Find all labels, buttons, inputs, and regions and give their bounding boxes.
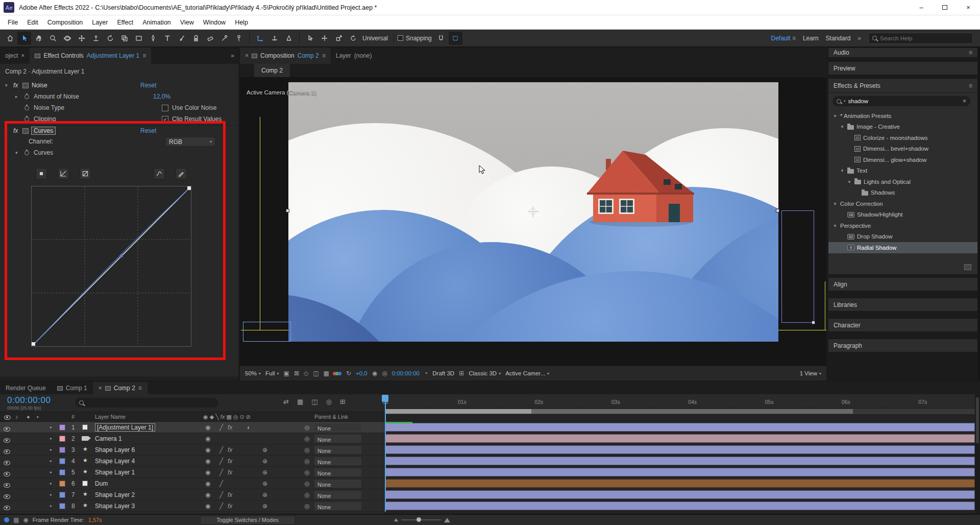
preset-item[interactable]: ▾Text xyxy=(828,165,977,177)
label-color-swatch[interactable] xyxy=(59,436,65,442)
snap-options-icon[interactable] xyxy=(449,32,462,45)
maximize-button[interactable] xyxy=(933,0,957,15)
menu-window[interactable]: Window xyxy=(199,19,230,26)
parent-dropdown[interactable]: None▾ xyxy=(314,446,361,454)
twirl-icon[interactable]: ▾ xyxy=(840,124,845,129)
preset-item[interactable]: Colorize - moonshadows xyxy=(828,132,977,144)
gizmo-move-icon[interactable] xyxy=(317,32,331,45)
pick-whip-icon[interactable]: ◎ xyxy=(304,491,309,498)
dolly-camera-tool[interactable] xyxy=(89,32,103,45)
local-axis-mode-icon[interactable] xyxy=(253,32,267,45)
presets-search-input[interactable] xyxy=(848,98,960,104)
pick-whip-icon[interactable]: ◎ xyxy=(304,446,309,454)
twirl-icon[interactable]: ▾ xyxy=(832,113,838,118)
stopwatch-icon[interactable] xyxy=(24,117,29,122)
preview-timecode[interactable]: 0:00:00:00 xyxy=(392,370,420,376)
fast-preview-icon[interactable]: ◔ xyxy=(424,370,428,377)
pen-tool[interactable] xyxy=(146,32,160,45)
close-icon[interactable]: × xyxy=(99,385,102,392)
selection-tool[interactable] xyxy=(17,32,31,45)
eraser-tool[interactable] xyxy=(203,32,217,45)
comp-mini-tab[interactable]: Comp 2 xyxy=(254,64,290,77)
draft3d-toggle-icon[interactable]: ▦ xyxy=(297,398,303,405)
layer-name[interactable]: Shape Layer 3 xyxy=(95,503,135,510)
checkbox[interactable]: ✓ xyxy=(162,116,168,123)
zoom-slider[interactable] xyxy=(401,519,441,520)
roto-brush-tool[interactable] xyxy=(217,32,231,45)
work-area-bar[interactable] xyxy=(385,409,975,414)
twirl-icon[interactable]: ▸ xyxy=(50,481,52,486)
preset-item[interactable]: ▾Image - Creative xyxy=(828,122,977,133)
camera-dropdown[interactable]: Active Camer...▾ xyxy=(505,370,549,376)
zoom-in-icon[interactable] xyxy=(444,518,450,522)
eye-icon[interactable] xyxy=(4,483,10,488)
zoom-slider-knob[interactable] xyxy=(416,517,421,522)
layer-row[interactable]: ▸6Dum◉╱⊕◎None▾ xyxy=(0,478,385,489)
eye-icon[interactable] xyxy=(4,438,10,443)
workspace-learn[interactable]: Learn xyxy=(803,35,819,42)
eye-icon[interactable] xyxy=(4,472,10,476)
switch-adj-icon[interactable]: ◐ xyxy=(247,424,251,431)
gizmo-select-icon[interactable] xyxy=(303,32,317,45)
switch-3d-icon[interactable]: ⊕ xyxy=(262,480,267,487)
time-ruler[interactable]: 0s.01s.02s.03s.04s.05s.06s.07s xyxy=(385,394,975,409)
twirl-icon[interactable]: ▸ xyxy=(50,447,52,452)
shape-tool[interactable] xyxy=(132,32,145,45)
pick-whip-icon[interactable]: ◎ xyxy=(304,469,309,476)
switch-3d-icon[interactable]: ⊕ xyxy=(262,458,267,465)
help-search-box[interactable] xyxy=(868,33,973,44)
tab-effect-controls[interactable]: Effect Controls Adjustment Layer 1 ≡ xyxy=(30,47,151,64)
eye-icon[interactable] xyxy=(4,461,10,465)
presets-search-box[interactable]: ▾ × xyxy=(832,96,970,106)
layer-name[interactable]: Camera 1 xyxy=(95,435,122,442)
network-render-icon[interactable] xyxy=(4,517,9,522)
switch-3d-icon[interactable]: ⊕ xyxy=(262,446,267,454)
shy-icon[interactable]: ◉ xyxy=(205,503,210,510)
parent-dropdown[interactable]: None▾ xyxy=(314,435,361,443)
curve-open-button[interactable] xyxy=(58,168,69,179)
eye-icon[interactable] xyxy=(4,506,10,510)
hide-shy-layers-icon[interactable]: ◫ xyxy=(311,398,317,405)
label-color-swatch[interactable] xyxy=(59,447,65,453)
twirl-icon[interactable]: ▸ xyxy=(50,470,52,474)
shy-icon[interactable]: ◉ xyxy=(205,458,210,465)
shy-icon[interactable]: ◉ xyxy=(205,491,210,498)
twirl-icon[interactable]: ▸ xyxy=(50,504,52,508)
help-search-input[interactable] xyxy=(880,35,969,41)
layer-duration-bar[interactable] xyxy=(385,434,975,443)
home-icon[interactable] xyxy=(3,32,17,45)
preset-item[interactable]: ▾Lights and Optical xyxy=(828,176,977,187)
preset-item[interactable]: 16Shadow/Highlight xyxy=(828,209,977,221)
playhead-handle[interactable] xyxy=(382,395,388,402)
composition-viewer[interactable]: Active Camera (Camera 1) xyxy=(240,77,826,366)
twirl-icon[interactable]: ▾ xyxy=(15,150,18,155)
fx-badge[interactable]: fx xyxy=(13,82,18,89)
panel-header-libraries[interactable]: Libraries xyxy=(828,298,978,312)
channel-icon[interactable] xyxy=(334,372,341,375)
layer-duration-bar[interactable] xyxy=(385,423,975,432)
cache-icon[interactable]: ▦ xyxy=(13,516,19,523)
parent-dropdown[interactable]: None▾ xyxy=(314,491,361,499)
pick-whip-icon[interactable]: ◎ xyxy=(304,435,309,442)
close-button[interactable]: × xyxy=(957,0,980,15)
twirl-icon[interactable]: ▾ xyxy=(5,128,8,133)
eye-icon[interactable] xyxy=(4,449,10,454)
reset-exposure-icon[interactable]: ↻ xyxy=(346,370,351,377)
panel-header-align[interactable]: Align xyxy=(828,277,978,291)
reset-link[interactable]: Reset xyxy=(140,82,156,89)
label-color-swatch[interactable] xyxy=(59,492,65,498)
switch-fx-icon[interactable]: fx xyxy=(228,491,232,498)
switch-q-icon[interactable]: ╱ xyxy=(219,503,223,510)
gizmo-scale-icon[interactable] xyxy=(332,32,346,45)
transparency-grid-icon[interactable]: ◫ xyxy=(313,370,318,377)
zoom-tool[interactable] xyxy=(46,32,60,45)
twirl-icon[interactable]: ▸ xyxy=(50,436,52,441)
timeline-tab-comp-1[interactable]: Comp 1 xyxy=(52,382,93,394)
magnification-dropdown[interactable]: 50%▾ xyxy=(245,370,261,376)
switch-fx-icon[interactable]: fx xyxy=(228,469,232,476)
switch-fx-icon[interactable]: fx xyxy=(228,503,232,510)
menu-layer[interactable]: Layer xyxy=(87,19,112,26)
switch-fx-icon[interactable]: fx xyxy=(228,458,232,465)
label-color-swatch[interactable] xyxy=(59,424,65,431)
choose-grid-icon[interactable]: ▣ xyxy=(284,370,289,377)
